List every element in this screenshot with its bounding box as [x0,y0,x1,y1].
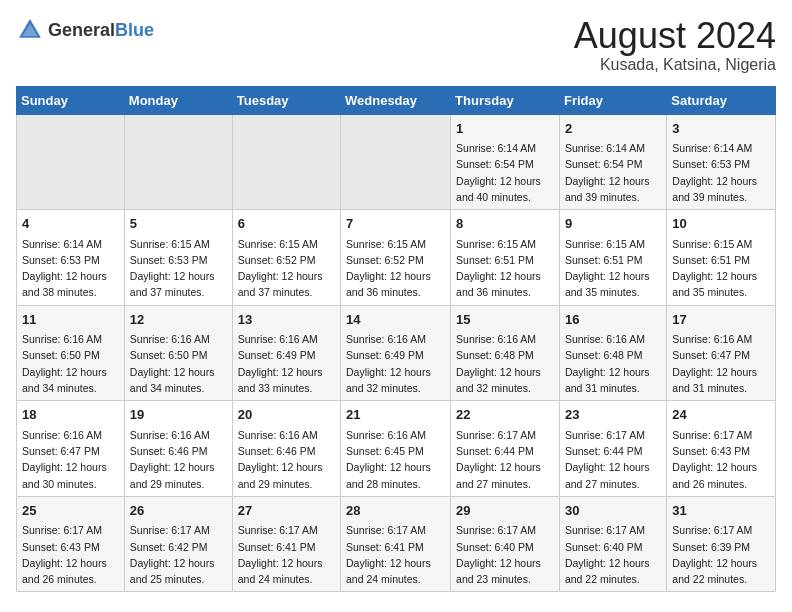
day-number: 21 [346,405,445,425]
calendar-cell: 4Sunrise: 6:14 AM Sunset: 6:53 PM Daylig… [17,210,125,306]
day-info: Sunrise: 6:14 AM Sunset: 6:54 PM Dayligh… [456,140,554,205]
calendar-cell: 13Sunrise: 6:16 AM Sunset: 6:49 PM Dayli… [232,305,340,401]
calendar-cell [232,114,340,210]
day-number: 29 [456,501,554,521]
weekday-header: Tuesday [232,86,340,114]
calendar-week-row: 18Sunrise: 6:16 AM Sunset: 6:47 PM Dayli… [17,401,776,497]
weekday-row: SundayMondayTuesdayWednesdayThursdayFrid… [17,86,776,114]
weekday-header: Thursday [451,86,560,114]
calendar-cell: 25Sunrise: 6:17 AM Sunset: 6:43 PM Dayli… [17,496,125,592]
day-number: 4 [22,214,119,234]
day-info: Sunrise: 6:15 AM Sunset: 6:51 PM Dayligh… [672,236,770,301]
day-number: 2 [565,119,661,139]
calendar-cell: 23Sunrise: 6:17 AM Sunset: 6:44 PM Dayli… [559,401,666,497]
day-info: Sunrise: 6:14 AM Sunset: 6:53 PM Dayligh… [672,140,770,205]
day-number: 14 [346,310,445,330]
day-info: Sunrise: 6:15 AM Sunset: 6:53 PM Dayligh… [130,236,227,301]
day-number: 26 [130,501,227,521]
calendar-cell: 1Sunrise: 6:14 AM Sunset: 6:54 PM Daylig… [451,114,560,210]
calendar-cell: 2Sunrise: 6:14 AM Sunset: 6:54 PM Daylig… [559,114,666,210]
page-header: GeneralBlue August 2024 Kusada, Katsina,… [16,16,776,74]
calendar-cell: 14Sunrise: 6:16 AM Sunset: 6:49 PM Dayli… [341,305,451,401]
day-number: 17 [672,310,770,330]
logo-text: GeneralBlue [48,20,154,41]
calendar-cell: 21Sunrise: 6:16 AM Sunset: 6:45 PM Dayli… [341,401,451,497]
day-info: Sunrise: 6:17 AM Sunset: 6:44 PM Dayligh… [456,427,554,492]
calendar-cell: 19Sunrise: 6:16 AM Sunset: 6:46 PM Dayli… [124,401,232,497]
day-info: Sunrise: 6:17 AM Sunset: 6:44 PM Dayligh… [565,427,661,492]
day-info: Sunrise: 6:17 AM Sunset: 6:43 PM Dayligh… [672,427,770,492]
day-number: 5 [130,214,227,234]
day-info: Sunrise: 6:17 AM Sunset: 6:41 PM Dayligh… [346,522,445,587]
weekday-header: Friday [559,86,666,114]
title-block: August 2024 Kusada, Katsina, Nigeria [574,16,776,74]
day-number: 22 [456,405,554,425]
day-info: Sunrise: 6:14 AM Sunset: 6:54 PM Dayligh… [565,140,661,205]
day-number: 8 [456,214,554,234]
calendar-cell: 15Sunrise: 6:16 AM Sunset: 6:48 PM Dayli… [451,305,560,401]
day-number: 24 [672,405,770,425]
calendar-cell: 17Sunrise: 6:16 AM Sunset: 6:47 PM Dayli… [667,305,776,401]
day-number: 27 [238,501,335,521]
day-info: Sunrise: 6:16 AM Sunset: 6:49 PM Dayligh… [346,331,445,396]
day-number: 28 [346,501,445,521]
day-info: Sunrise: 6:16 AM Sunset: 6:45 PM Dayligh… [346,427,445,492]
calendar-cell: 12Sunrise: 6:16 AM Sunset: 6:50 PM Dayli… [124,305,232,401]
day-number: 1 [456,119,554,139]
day-info: Sunrise: 6:14 AM Sunset: 6:53 PM Dayligh… [22,236,119,301]
logo-blue: Blue [115,20,154,40]
day-info: Sunrise: 6:17 AM Sunset: 6:39 PM Dayligh… [672,522,770,587]
day-number: 23 [565,405,661,425]
day-number: 9 [565,214,661,234]
day-info: Sunrise: 6:15 AM Sunset: 6:51 PM Dayligh… [456,236,554,301]
day-info: Sunrise: 6:16 AM Sunset: 6:50 PM Dayligh… [22,331,119,396]
calendar-cell: 6Sunrise: 6:15 AM Sunset: 6:52 PM Daylig… [232,210,340,306]
weekday-header: Wednesday [341,86,451,114]
generalblue-icon [16,16,44,44]
calendar-cell: 16Sunrise: 6:16 AM Sunset: 6:48 PM Dayli… [559,305,666,401]
calendar-cell: 31Sunrise: 6:17 AM Sunset: 6:39 PM Dayli… [667,496,776,592]
weekday-header: Monday [124,86,232,114]
calendar-cell: 9Sunrise: 6:15 AM Sunset: 6:51 PM Daylig… [559,210,666,306]
calendar-cell: 8Sunrise: 6:15 AM Sunset: 6:51 PM Daylig… [451,210,560,306]
day-number: 16 [565,310,661,330]
day-number: 7 [346,214,445,234]
day-number: 30 [565,501,661,521]
calendar-cell: 29Sunrise: 6:17 AM Sunset: 6:40 PM Dayli… [451,496,560,592]
calendar-cell: 18Sunrise: 6:16 AM Sunset: 6:47 PM Dayli… [17,401,125,497]
day-info: Sunrise: 6:17 AM Sunset: 6:42 PM Dayligh… [130,522,227,587]
calendar-cell: 22Sunrise: 6:17 AM Sunset: 6:44 PM Dayli… [451,401,560,497]
calendar-cell: 3Sunrise: 6:14 AM Sunset: 6:53 PM Daylig… [667,114,776,210]
day-number: 18 [22,405,119,425]
day-number: 3 [672,119,770,139]
calendar-week-row: 25Sunrise: 6:17 AM Sunset: 6:43 PM Dayli… [17,496,776,592]
calendar-table: SundayMondayTuesdayWednesdayThursdayFrid… [16,86,776,593]
day-info: Sunrise: 6:15 AM Sunset: 6:51 PM Dayligh… [565,236,661,301]
calendar-cell: 20Sunrise: 6:16 AM Sunset: 6:46 PM Dayli… [232,401,340,497]
calendar-cell: 7Sunrise: 6:15 AM Sunset: 6:52 PM Daylig… [341,210,451,306]
day-info: Sunrise: 6:15 AM Sunset: 6:52 PM Dayligh… [238,236,335,301]
logo: GeneralBlue [16,16,154,44]
day-number: 13 [238,310,335,330]
calendar-cell: 24Sunrise: 6:17 AM Sunset: 6:43 PM Dayli… [667,401,776,497]
day-number: 31 [672,501,770,521]
day-info: Sunrise: 6:17 AM Sunset: 6:41 PM Dayligh… [238,522,335,587]
calendar-cell [124,114,232,210]
day-number: 6 [238,214,335,234]
day-number: 25 [22,501,119,521]
day-info: Sunrise: 6:16 AM Sunset: 6:46 PM Dayligh… [130,427,227,492]
calendar-week-row: 4Sunrise: 6:14 AM Sunset: 6:53 PM Daylig… [17,210,776,306]
weekday-header: Sunday [17,86,125,114]
day-info: Sunrise: 6:16 AM Sunset: 6:47 PM Dayligh… [672,331,770,396]
calendar-cell: 10Sunrise: 6:15 AM Sunset: 6:51 PM Dayli… [667,210,776,306]
day-number: 10 [672,214,770,234]
location: Kusada, Katsina, Nigeria [574,56,776,74]
day-info: Sunrise: 6:16 AM Sunset: 6:47 PM Dayligh… [22,427,119,492]
calendar-cell: 11Sunrise: 6:16 AM Sunset: 6:50 PM Dayli… [17,305,125,401]
day-info: Sunrise: 6:16 AM Sunset: 6:48 PM Dayligh… [456,331,554,396]
calendar-week-row: 11Sunrise: 6:16 AM Sunset: 6:50 PM Dayli… [17,305,776,401]
day-info: Sunrise: 6:16 AM Sunset: 6:48 PM Dayligh… [565,331,661,396]
day-number: 19 [130,405,227,425]
calendar-header: SundayMondayTuesdayWednesdayThursdayFrid… [17,86,776,114]
calendar-cell [17,114,125,210]
